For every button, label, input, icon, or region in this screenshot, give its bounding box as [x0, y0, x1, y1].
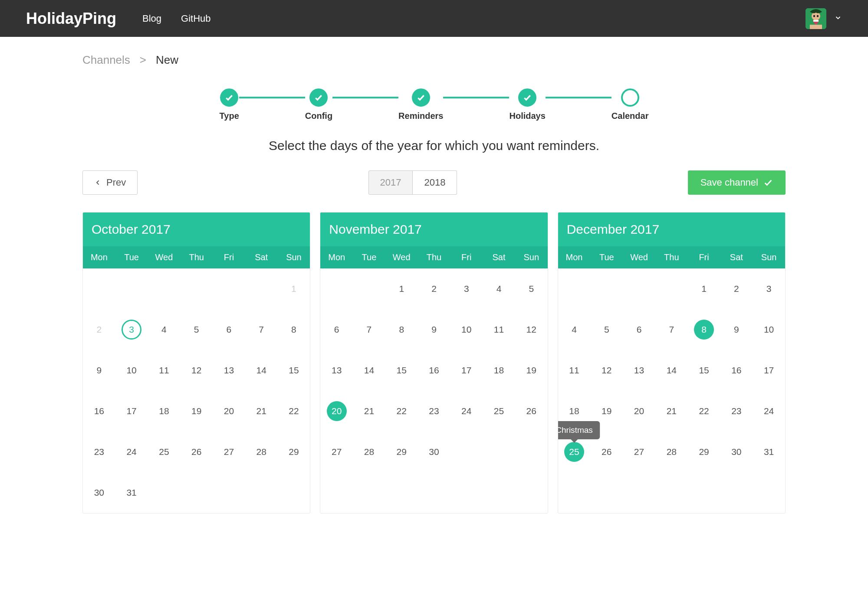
day[interactable]: 9	[727, 320, 746, 340]
prev-button[interactable]: Prev	[82, 170, 138, 195]
day[interactable]: 4	[489, 279, 509, 299]
day[interactable]: 10	[457, 320, 477, 340]
day[interactable]: 30	[727, 442, 746, 462]
day[interactable]: 7	[251, 320, 271, 340]
day[interactable]: 11	[154, 360, 174, 380]
day[interactable]: 4	[564, 320, 584, 340]
day[interactable]: 14	[251, 360, 271, 380]
day[interactable]: 28	[251, 442, 271, 462]
day[interactable]: 3	[759, 279, 779, 299]
step-calendar[interactable]: Calendar	[612, 88, 649, 121]
day[interactable]: 15	[694, 360, 714, 380]
day[interactable]: 1	[284, 279, 304, 299]
day[interactable]: 20	[327, 401, 347, 421]
day[interactable]: 13	[327, 360, 347, 380]
day[interactable]: 16	[727, 360, 746, 380]
day[interactable]: 26	[597, 442, 617, 462]
day[interactable]: 18	[564, 401, 584, 421]
day[interactable]: 13	[629, 360, 649, 380]
day[interactable]: 16	[89, 401, 109, 421]
day[interactable]: 21	[359, 401, 379, 421]
day[interactable]: 10	[759, 320, 779, 340]
day[interactable]: 25	[489, 401, 509, 421]
day[interactable]: 27	[629, 442, 649, 462]
day[interactable]: 7	[661, 320, 681, 340]
day[interactable]: 29	[694, 442, 714, 462]
day[interactable]: 11	[564, 360, 584, 380]
day[interactable]: 9	[424, 320, 444, 340]
day[interactable]: 24	[122, 442, 141, 462]
day[interactable]: 11	[489, 320, 509, 340]
day[interactable]: 12	[521, 320, 541, 340]
day[interactable]: 30	[424, 442, 444, 462]
day[interactable]: 24	[457, 401, 477, 421]
day[interactable]: 27	[219, 442, 239, 462]
day[interactable]: 1	[391, 279, 411, 299]
day[interactable]: 8	[284, 320, 304, 340]
day[interactable]: 17	[122, 401, 141, 421]
day[interactable]: 18	[154, 401, 174, 421]
day[interactable]: 12	[187, 360, 207, 380]
day[interactable]: 15	[391, 360, 411, 380]
day[interactable]: 30	[89, 483, 109, 503]
day[interactable]: 19	[597, 401, 617, 421]
day[interactable]: 16	[424, 360, 444, 380]
day[interactable]: 6	[629, 320, 649, 340]
day[interactable]: 18	[489, 360, 509, 380]
day[interactable]: 20	[219, 401, 239, 421]
day[interactable]: 26	[521, 401, 541, 421]
day[interactable]: 6	[327, 320, 347, 340]
day[interactable]: 20	[629, 401, 649, 421]
day[interactable]: 1	[694, 279, 714, 299]
day[interactable]: 6	[219, 320, 239, 340]
day[interactable]: 2	[89, 320, 109, 340]
day[interactable]: 19	[521, 360, 541, 380]
app-brand[interactable]: HolidayPing	[26, 10, 116, 28]
day[interactable]: 29	[391, 442, 411, 462]
user-menu-chevron-icon[interactable]	[834, 14, 842, 23]
day[interactable]: 25	[564, 442, 584, 462]
day[interactable]: 14	[661, 360, 681, 380]
step-holidays[interactable]: Holidays	[509, 88, 545, 121]
day[interactable]: 7	[359, 320, 379, 340]
day[interactable]: 14	[359, 360, 379, 380]
day[interactable]: 19	[187, 401, 207, 421]
day[interactable]: 2	[424, 279, 444, 299]
year-button-2018[interactable]: 2018	[413, 170, 457, 195]
breadcrumb-parent[interactable]: Channels	[82, 53, 130, 67]
year-button-2017[interactable]: 2017	[368, 170, 413, 195]
step-type[interactable]: Type	[220, 88, 239, 121]
day[interactable]: 10	[122, 360, 141, 380]
day[interactable]: 17	[457, 360, 477, 380]
day[interactable]: 24	[759, 401, 779, 421]
nav-link-github[interactable]: GitHub	[181, 13, 210, 24]
day[interactable]: 3	[122, 320, 141, 340]
nav-link-blog[interactable]: Blog	[142, 13, 161, 24]
day[interactable]: 29	[284, 442, 304, 462]
day[interactable]: 31	[122, 483, 141, 503]
day[interactable]: 22	[284, 401, 304, 421]
step-reminders[interactable]: Reminders	[398, 88, 443, 121]
day[interactable]: 22	[694, 401, 714, 421]
step-config[interactable]: Config	[305, 88, 332, 121]
day[interactable]: 21	[251, 401, 271, 421]
day[interactable]: 21	[661, 401, 681, 421]
day[interactable]: 5	[187, 320, 207, 340]
day[interactable]: 28	[359, 442, 379, 462]
day[interactable]: 27	[327, 442, 347, 462]
day[interactable]: 15	[284, 360, 304, 380]
day[interactable]: 5	[521, 279, 541, 299]
day[interactable]: 23	[89, 442, 109, 462]
day[interactable]: 13	[219, 360, 239, 380]
save-channel-button[interactable]: Save channel	[688, 170, 786, 195]
day[interactable]: 12	[597, 360, 617, 380]
day[interactable]: 23	[727, 401, 746, 421]
day[interactable]: 23	[424, 401, 444, 421]
day[interactable]: 17	[759, 360, 779, 380]
day[interactable]: 8	[694, 320, 714, 340]
day[interactable]: 31	[759, 442, 779, 462]
avatar[interactable]	[806, 8, 826, 29]
day[interactable]: 22	[391, 401, 411, 421]
day[interactable]: 8	[391, 320, 411, 340]
day[interactable]: 25	[154, 442, 174, 462]
